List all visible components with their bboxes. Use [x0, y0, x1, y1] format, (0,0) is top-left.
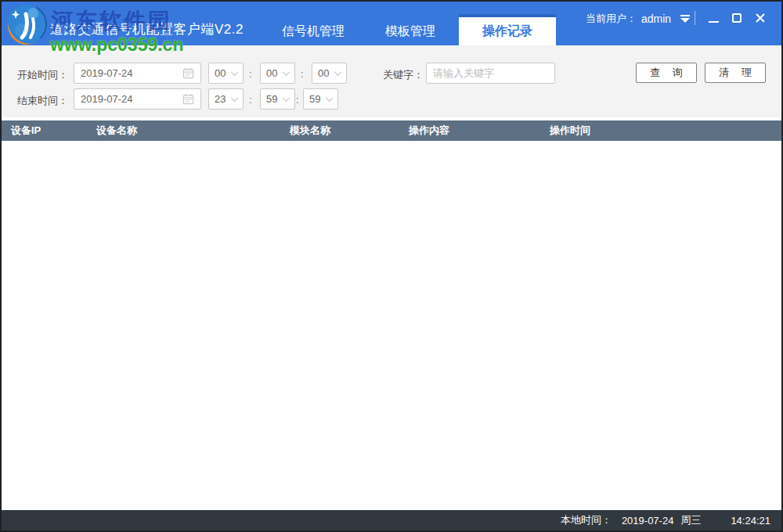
tab-operation-record[interactable]: 操作记录 — [459, 14, 556, 45]
chevron-down-icon — [231, 94, 239, 102]
start-second-value: 00 — [318, 67, 329, 79]
time-colon: : — [296, 94, 299, 106]
end-time-label: 结束时间： — [17, 94, 68, 108]
keyword-input[interactable] — [426, 63, 555, 84]
close-button[interactable] — [749, 6, 772, 30]
local-time: 14:24:21 — [731, 515, 770, 527]
local-weekday: 周三 — [680, 513, 701, 527]
column-header-device-ip: 设备IP — [2, 124, 96, 138]
main-tabs: 信号机管理 模板管理 操作记录 — [265, 2, 556, 45]
chevron-down-icon — [231, 68, 239, 76]
local-time-label: 本地时间： — [561, 513, 612, 527]
column-header-device-name: 设备名称 — [96, 124, 290, 138]
statusbar: 本地时间： 2019-07-24 周三 14:24:21 — [2, 510, 781, 530]
end-second-select[interactable]: 59 — [303, 88, 338, 110]
start-date-picker[interactable]: 2019-07-24 — [74, 63, 201, 84]
time-colon: : — [301, 68, 304, 80]
minimize-icon — [709, 21, 719, 23]
app-logo-icon — [5, 3, 49, 47]
column-header-module-name: 模块名称 — [290, 124, 409, 138]
chevron-down-icon — [334, 68, 342, 76]
table-body — [2, 141, 781, 510]
chevron-down-icon — [326, 94, 334, 102]
start-time-label: 开始时间： — [17, 68, 68, 82]
start-second-select[interactable]: 00 — [312, 63, 347, 84]
chevron-down-icon — [283, 68, 290, 76]
table-header: 设备IP 设备名称 模块名称 操作内容 操作时间 — [2, 120, 781, 141]
tab-signal-management[interactable]: 信号机管理 — [265, 2, 362, 45]
user-dropdown-icon[interactable] — [680, 15, 690, 23]
start-hour-select[interactable]: 00 — [208, 63, 244, 84]
filter-toolbar: 开始时间： 2019-07-24 00 : 00 : 00 结束时间： 2019… — [2, 45, 781, 117]
end-hour-value: 23 — [215, 93, 226, 105]
clear-button[interactable]: 清 理 — [705, 63, 766, 83]
maximize-icon — [732, 13, 742, 23]
end-minute-select[interactable]: 59 — [260, 88, 295, 110]
start-date-value: 2019-07-24 — [81, 67, 133, 79]
user-area: 当前用户： admin — [586, 8, 690, 30]
query-button[interactable]: 查 询 — [636, 63, 697, 83]
close-icon — [755, 13, 766, 23]
current-user-name: admin — [641, 13, 671, 25]
column-header-operation-time: 操作时间 — [550, 124, 781, 138]
column-header-operation-content: 操作内容 — [409, 124, 550, 138]
start-minute-select[interactable]: 00 — [260, 63, 295, 84]
app-window: 信号机管理 模板管理 操作记录 道路交通信号机配置客户端V2.2 当前用户： a… — [0, 0, 783, 532]
time-colon: : — [249, 68, 252, 80]
end-minute-value: 59 — [266, 93, 277, 105]
maximize-button[interactable] — [725, 6, 749, 30]
app-title: 道路交通信号机配置客户端V2.2 — [50, 20, 244, 38]
end-hour-select[interactable]: 23 — [208, 88, 244, 110]
tab-template-management[interactable]: 模板管理 — [362, 2, 459, 45]
keyword-label: 关键字： — [383, 68, 424, 82]
end-date-value: 2019-07-24 — [81, 93, 133, 105]
titlebar-separator — [695, 11, 695, 25]
local-date: 2019-07-24 — [622, 515, 674, 527]
calendar-icon — [182, 93, 194, 105]
time-colon: : — [249, 94, 252, 106]
titlebar: 信号机管理 模板管理 操作记录 道路交通信号机配置客户端V2.2 当前用户： a… — [2, 2, 781, 45]
window-controls — [702, 2, 772, 34]
current-user-label: 当前用户： — [586, 12, 637, 26]
end-second-value: 59 — [309, 93, 320, 105]
chevron-down-icon — [283, 94, 290, 102]
start-minute-value: 00 — [266, 67, 277, 79]
minimize-button[interactable] — [702, 6, 725, 30]
start-hour-value: 00 — [215, 67, 226, 79]
end-date-picker[interactable]: 2019-07-24 — [74, 88, 201, 110]
calendar-icon — [182, 67, 194, 79]
